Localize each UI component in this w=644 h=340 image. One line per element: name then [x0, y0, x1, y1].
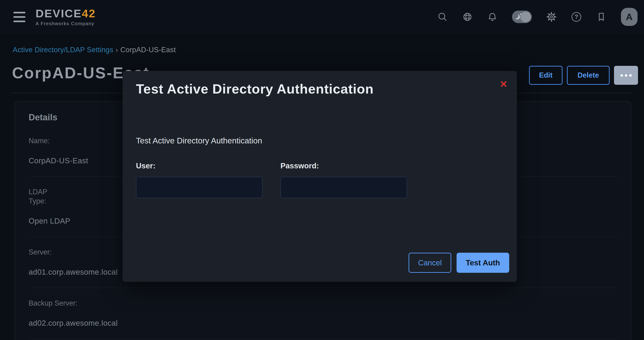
- modal-title: Test Active Directory Authentication: [136, 81, 374, 97]
- password-label: Password:: [280, 161, 319, 170]
- language-globe-icon[interactable]: [462, 12, 473, 22]
- menu-icon[interactable]: [14, 12, 26, 22]
- brand-text: DEVICE42: [36, 8, 96, 20]
- breadcrumb-separator: ›: [116, 46, 118, 54]
- user-label: User:: [136, 161, 155, 170]
- test-auth-button[interactable]: Test Auth: [456, 253, 509, 273]
- cancel-button[interactable]: Cancel: [408, 253, 451, 273]
- page-actions: Edit Delete: [529, 66, 638, 85]
- test-auth-modal: Test Active Directory Authentication × T…: [122, 71, 517, 282]
- ellipsis-icon: [620, 74, 623, 77]
- settings-gear-icon[interactable]: [546, 12, 557, 22]
- delete-button[interactable]: Delete: [567, 66, 610, 85]
- more-options-button[interactable]: [614, 66, 638, 85]
- search-icon[interactable]: [437, 12, 448, 22]
- field-divider: [28, 339, 619, 339]
- user-input[interactable]: [136, 177, 263, 198]
- breadcrumb-link-ldap-settings[interactable]: Active Directory/LDAP Settings: [13, 46, 113, 54]
- logo[interactable]: DEVICE42 A Freshworks Company: [36, 8, 96, 26]
- topbar-actions: ? A: [437, 8, 638, 26]
- notifications-bell-icon[interactable]: [487, 12, 498, 22]
- toggle-knob: [520, 12, 531, 22]
- password-input[interactable]: [280, 177, 407, 198]
- help-glyph: ?: [572, 12, 581, 22]
- field-divider: [28, 288, 619, 288]
- close-icon[interactable]: ×: [500, 78, 507, 90]
- avatar[interactable]: A: [621, 8, 638, 26]
- breadcrumb: Active Directory/LDAP Settings›CorpAD-US…: [13, 46, 176, 54]
- edit-button[interactable]: Edit: [529, 66, 562, 85]
- help-icon[interactable]: ?: [571, 12, 582, 22]
- breadcrumb-current: CorpAD-US-East: [120, 46, 176, 54]
- details-field: Backup Server: ad02.corp.awesome.local: [28, 299, 619, 339]
- brand-tagline: A Freshworks Company: [36, 21, 96, 26]
- field-label: LDAP Type:: [28, 187, 54, 206]
- bookmark-icon[interactable]: [596, 12, 606, 22]
- theme-toggle[interactable]: [512, 11, 532, 23]
- brand-accent: 42: [82, 7, 96, 20]
- moon-icon: [515, 14, 520, 20]
- modal-subtitle: Test Active Directory Authentication: [136, 136, 262, 145]
- topbar: DEVICE42 A Freshworks Company: [0, 0, 644, 34]
- field-label: Backup Server:: [28, 299, 619, 308]
- field-value: ad02.corp.awesome.local: [28, 318, 619, 328]
